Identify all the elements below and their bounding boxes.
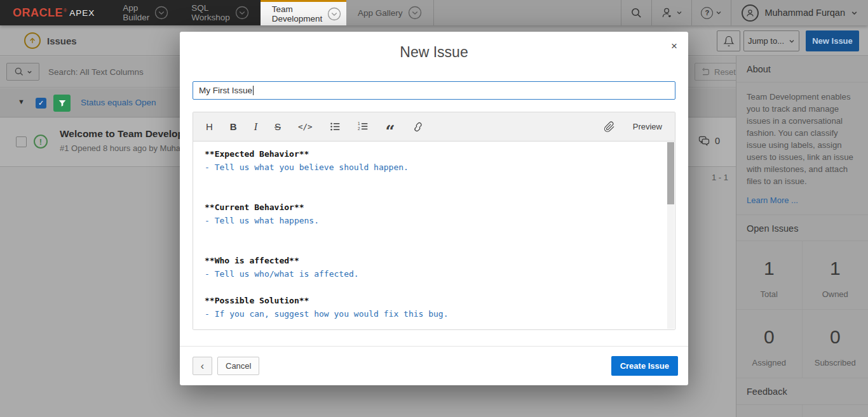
editor-line: - Tell us what you believe should happen… [205, 162, 663, 176]
editor-toolbar: H B I S </> 12 “ [193, 112, 675, 142]
bullet-list-icon [330, 121, 341, 132]
search-options-button[interactable] [6, 63, 39, 81]
close-icon[interactable]: × [671, 40, 677, 53]
feedback-heading: Feedback [736, 378, 868, 405]
tab-app-builder[interactable]: App Builder [111, 0, 180, 25]
collapse-triangle-icon[interactable]: ▼ [18, 98, 25, 105]
chevron-down-circle-icon[interactable] [408, 6, 422, 20]
open-issues-heading: Open Issues [736, 215, 868, 241]
chevron-down-icon [715, 10, 722, 16]
editor-line [205, 229, 663, 242]
back-button[interactable]: ‹ [193, 357, 212, 375]
search-input[interactable]: Search: All Text Columns [48, 56, 144, 88]
svg-text:1: 1 [358, 121, 360, 126]
chevron-down-circle-icon[interactable] [327, 7, 341, 21]
notifications-button[interactable] [717, 30, 740, 51]
breadcrumb: Issues [24, 25, 77, 56]
global-search-button[interactable] [621, 0, 651, 25]
reset-button[interactable]: Reset [695, 63, 742, 81]
user-menu[interactable]: Muhammad Furqan [731, 0, 868, 25]
comment-count[interactable]: 0 [698, 135, 720, 147]
numbered-list-button[interactable]: 12 [358, 121, 369, 132]
chevron-down-icon [789, 38, 795, 44]
issue-title-link[interactable]: Welcome to Team Developm [60, 128, 193, 140]
new-issue-button[interactable]: New Issue [806, 30, 859, 51]
chevron-down-icon [676, 10, 682, 16]
link-icon [412, 121, 424, 133]
feedback-stat: 0 [736, 405, 803, 417]
chevron-down-icon [27, 69, 32, 75]
attach-file-button[interactable] [604, 121, 615, 133]
editor-line: **Who is affected** [205, 256, 663, 269]
comments-icon [698, 135, 710, 147]
stat-total: 1 Total [736, 241, 803, 310]
page-title: Issues [47, 36, 77, 46]
admin-users-icon [661, 6, 674, 19]
code-button[interactable]: </> [298, 122, 313, 131]
dialog-title: New Issue [180, 44, 688, 61]
heading-button[interactable]: H [206, 121, 213, 132]
editor-line: **Current Behavior** [205, 202, 663, 216]
tab-sql-workshop[interactable]: SQL Workshop [180, 0, 261, 25]
tab-team-development[interactable]: Team Development [261, 0, 353, 25]
editor-line [205, 242, 663, 256]
editor-line: **Possible Solution** [205, 296, 663, 309]
jump-to-dropdown[interactable]: Jump to... [743, 30, 799, 51]
topbar: ORACLE® APEX App Builder SQL Workshop Te… [0, 0, 868, 25]
oracle-wordmark: ORACLE [13, 6, 63, 20]
topbar-right: App Gallery ? [346, 0, 868, 25]
stat-assigned: 0 Assigned [736, 310, 803, 378]
issue-title-input[interactable]: My First Issue [193, 81, 675, 100]
bold-button[interactable]: B [230, 121, 237, 132]
editor-line: - Tell us what happens. [205, 216, 663, 229]
issue-meta: #1 Opened 8 hours ago by Muham [60, 143, 187, 153]
apex-wordmark: APEX [69, 8, 95, 18]
stat-subscribed: 0 Subscribed [803, 310, 868, 378]
toolbar-right: Preview [604, 121, 662, 133]
editor-line [205, 189, 663, 202]
create-issue-button[interactable]: Create Issue [611, 356, 678, 376]
administration-menu-button[interactable] [651, 0, 691, 25]
chevron-down-circle-icon[interactable] [154, 6, 168, 20]
cancel-button[interactable]: Cancel [217, 357, 259, 375]
editor-line [205, 282, 663, 296]
about-text: Team Development enables you to track an… [736, 83, 868, 187]
open-status-icon: ! [34, 135, 48, 149]
paperclip-icon [604, 121, 615, 133]
numbered-list-icon: 12 [358, 121, 369, 132]
row-checkbox[interactable] [16, 136, 27, 147]
italic-button[interactable]: I [254, 121, 257, 133]
editor-line [205, 176, 663, 189]
feedback-stat: 0 [803, 405, 868, 417]
chevron-down-icon [851, 10, 858, 17]
filter-chip-label[interactable]: Status equals Open [81, 88, 156, 117]
svg-text:2: 2 [358, 126, 360, 131]
filter-checkbox[interactable]: ✓ [36, 98, 46, 109]
markdown-editor: H B I S </> 12 “ [193, 112, 675, 330]
user-name: Muhammad Furqan [764, 8, 845, 18]
filter-funnel-icon[interactable] [53, 95, 71, 112]
blockquote-button[interactable]: “ [386, 120, 395, 134]
strikethrough-button[interactable]: S [275, 121, 281, 132]
topbar-left: ORACLE® APEX App Builder SQL Workshop Te… [0, 0, 346, 25]
reset-icon [701, 67, 710, 77]
learn-more-link[interactable]: Learn More ... [747, 195, 858, 205]
search-icon [14, 67, 24, 77]
markdown-textarea[interactable]: **Expected Behavior** - Tell us what you… [193, 142, 675, 329]
preview-button[interactable]: Preview [633, 122, 662, 131]
tab-app-gallery[interactable]: App Gallery [346, 0, 434, 25]
bullet-list-button[interactable] [330, 121, 341, 132]
link-button[interactable] [412, 121, 424, 133]
up-arrow-icon[interactable] [24, 32, 41, 49]
oracle-apex-logo[interactable]: ORACLE® APEX [0, 0, 111, 25]
scrollbar-thumb[interactable] [667, 142, 674, 204]
stat-owned: 1 Owned [803, 241, 868, 310]
help-menu-button[interactable]: ? [691, 0, 731, 25]
chevron-down-circle-icon[interactable] [235, 6, 249, 20]
editor-lines: **Expected Behavior** - Tell us what you… [193, 142, 675, 330]
app-root: ORACLE® APEX App Builder SQL Workshop Te… [0, 0, 868, 417]
editor-line: - Tell us who/what is affected. [205, 269, 663, 282]
help-icon: ? [701, 7, 713, 19]
new-issue-dialog: × New Issue My First Issue H B I S </> 1… [180, 32, 688, 385]
avatar [742, 4, 759, 22]
